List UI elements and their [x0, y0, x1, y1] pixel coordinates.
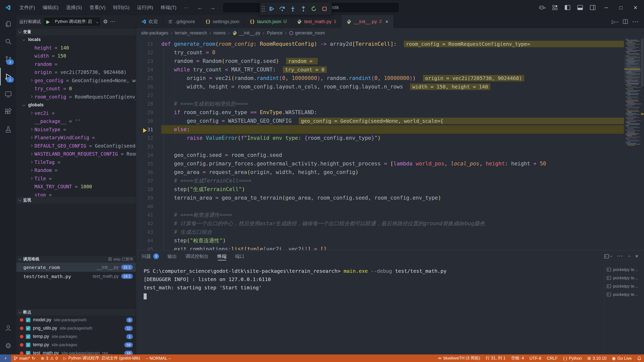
breakpoints-section-header[interactable]: 断点 [16, 308, 136, 316]
variable-row[interactable]: NoiseType = [16, 125, 136, 134]
code-line[interactable]: 39 terrain_area = geo_area_to_terrain(ge… [136, 194, 644, 202]
code-line[interactable]: 36 geo_area = request_area(origin, width… [136, 168, 644, 176]
breakpoint-row[interactable]: ✓temp.pysite-packages58 [16, 341, 136, 349]
code-line[interactable]: 29 if room_config.env_type == EnvType.WA… [136, 108, 644, 117]
vim-mode-status[interactable]: -- NORMAL -- [143, 354, 174, 362]
variable-row[interactable]: __package__ = '' [16, 117, 136, 125]
continue-button[interactable] [267, 4, 276, 14]
variable-row[interactable]: origin = vec2i(7205730, 9024468) [16, 68, 136, 76]
code-line[interactable]: 26 width, height = room_config.layout.n_… [136, 82, 644, 91]
variable-row[interactable]: Random = [16, 166, 136, 174]
menu-item-编辑E[interactable]: 编辑(E) [39, 3, 62, 12]
drag-handle-icon[interactable] [262, 6, 265, 12]
panel-tab-输出[interactable]: 输出 [168, 250, 177, 262]
variable-row[interactable]: WASTELAND_ROOM_REQUEST_CONFIG = RoomR… [16, 150, 136, 158]
code-line[interactable]: 28 # ====生成初始地理信息==== [136, 100, 644, 108]
code-line[interactable]: 45 exit_combinations:list[tuple[vec2i, v… [136, 245, 644, 250]
menu-item-终端T[interactable]: 终端(T) [157, 3, 180, 12]
menu-item-查看V[interactable]: 查看(V) [86, 3, 109, 12]
python-version-status[interactable]: ⊞3.10.10 [585, 354, 609, 362]
scope-locals[interactable]: locals [16, 35, 136, 44]
menu-item-转到G[interactable]: 转到(G) [109, 3, 133, 12]
tab-test_math.py[interactable]: test_math.py1 [292, 15, 341, 28]
editor-scrollbar[interactable] [640, 38, 644, 250]
more-actions-icon[interactable]: ··· [110, 19, 116, 24]
menu-item-选择S[interactable]: 选择(S) [62, 3, 86, 12]
step-out-button[interactable] [299, 4, 308, 14]
start-debug-icon[interactable]: ▶ [44, 19, 53, 25]
code-line[interactable]: 31 else: [136, 125, 644, 134]
scrollbar-thumb[interactable] [641, 39, 643, 86]
breadcrumb-item[interactable]: site-packages [141, 30, 168, 36]
breadcrumb-item[interactable]: __init__.py [232, 30, 260, 36]
code-line[interactable]: 24 while try_count < MAX_TRY_COUNT:try_c… [136, 65, 644, 74]
breadcrumb-item[interactable]: terrain_research [175, 30, 207, 36]
branch-status[interactable]: main* ↻ [11, 354, 38, 362]
panel-tab-终端[interactable]: 终端 [217, 250, 227, 262]
maximize-panel-icon[interactable] [628, 253, 630, 259]
blame-status[interactable]: blueloveTH (3 周前) [435, 354, 483, 362]
activity-account-icon[interactable] [0, 319, 16, 337]
breadcrumb-item[interactable]: generate_room [289, 30, 325, 36]
run-python-file-button[interactable]: ▷ [612, 19, 618, 25]
code-line[interactable]: 21def generate_room(room_config: RoomReq… [136, 40, 644, 48]
notifications-bell-icon[interactable] [634, 354, 644, 362]
maximize-button[interactable]: □ [614, 0, 627, 15]
variable-row[interactable]: try_count = 0 [16, 84, 136, 93]
activity-search-icon[interactable] [0, 33, 16, 50]
code-line[interactable]: 42 # 计算每一个出口的中心，然后使用astar生成路径，确保每一个出口组合都… [136, 219, 644, 228]
code-line[interactable]: 22 try_count = 0 [136, 48, 644, 57]
go-live-status[interactable]: ◉Go Live [609, 354, 634, 362]
tab-settings.json[interactable]: {}settings.json [200, 15, 245, 28]
terminal-session-item[interactable]: pocketpy te… [604, 282, 644, 290]
code-editor[interactable]: 2021def generate_room(room_config: RoomR… [136, 38, 644, 250]
restart-button[interactable] [309, 4, 319, 14]
breadcrumb-item[interactable]: rooms [213, 30, 226, 36]
code-line[interactable]: 37 # ====生成TerrainCell==== [136, 176, 644, 185]
encoding-status[interactable]: UTF-8 [527, 354, 544, 362]
close-button[interactable]: × [629, 0, 642, 15]
panel-tab-端口[interactable]: 端口 [235, 250, 245, 262]
terminal-session-item[interactable]: pocketpy te… [604, 274, 644, 282]
toggle-sidebar-icon[interactable] [562, 3, 573, 13]
variable-row[interactable]: height = 140 [16, 44, 136, 52]
launch-config-control[interactable]: ▶ Python 调试程序: 启 [43, 17, 101, 26]
code-line[interactable]: 44 step("检查连通性") [136, 236, 644, 245]
toggle-panel-icon[interactable] [575, 3, 586, 13]
variable-row[interactable]: PlanetaryWindConfig = [16, 133, 136, 142]
variable-row[interactable]: random = [16, 60, 136, 68]
activity-extensions-icon[interactable] [0, 103, 16, 121]
variable-row[interactable]: MAX_TRY_COUNT = 1000 [16, 183, 136, 191]
cursor-position[interactable]: 行 31, 列 1 [483, 354, 508, 362]
code-line[interactable]: 34 geo_config.seed = room_config.seed [136, 151, 644, 159]
terminal-session-item[interactable]: pocketpy te… [604, 265, 644, 274]
tab-.gdignore[interactable]: .gdignore [163, 15, 200, 28]
terminal-session-item[interactable]: pocketpy te… [604, 290, 644, 299]
variable-row[interactable]: vec2i = [16, 109, 136, 117]
activity-remote-explorer-icon[interactable] [0, 85, 16, 103]
indentation-status[interactable]: 空格: 4 [508, 354, 527, 362]
code-line[interactable]: 38 step("生成TerrainCell") [136, 185, 644, 194]
watch-section-header[interactable]: 监视 [16, 196, 136, 204]
activity-testing-icon[interactable] [0, 121, 16, 138]
variable-row[interactable]: stop = [16, 191, 136, 197]
variable-row[interactable]: geo_config = GeoConfig(seed=None, wor… [16, 76, 136, 85]
activity-files-icon[interactable] [0, 15, 16, 33]
variable-row[interactable]: DEFAULT_GEO_CONFIG = GeoConfig(seed=1… [16, 142, 136, 150]
back-arrow-icon[interactable]: ← [197, 4, 203, 11]
breakpoint-checkbox[interactable]: ✓ [26, 326, 30, 331]
activity-settings-gear-icon[interactable]: ⚙ [0, 337, 16, 354]
more-actions-icon[interactable]: ··· [617, 253, 623, 259]
terminal[interactable]: PS C:\computer_science\godot-ldtk\site-p… [136, 262, 604, 354]
code-line[interactable]: 27 [136, 91, 644, 100]
menu-item-文件F[interactable]: 文件(F) [16, 3, 39, 12]
code-line[interactable]: 40 [136, 202, 644, 211]
scope-globals[interactable]: globals [16, 101, 136, 109]
step-into-button[interactable] [288, 4, 298, 14]
variable-row[interactable]: TileTag = [16, 158, 136, 166]
tab-__init__.py[interactable]: __init__.py2× [341, 15, 393, 28]
customize-layout-icon[interactable] [549, 3, 560, 13]
call-stack-frame[interactable]: test/test_math.pytest_math.py16:1 [16, 272, 136, 281]
panel-tab-调试控制台[interactable]: 调试控制台 [185, 250, 209, 262]
tab-欢迎[interactable]: 欢迎 [136, 15, 163, 28]
